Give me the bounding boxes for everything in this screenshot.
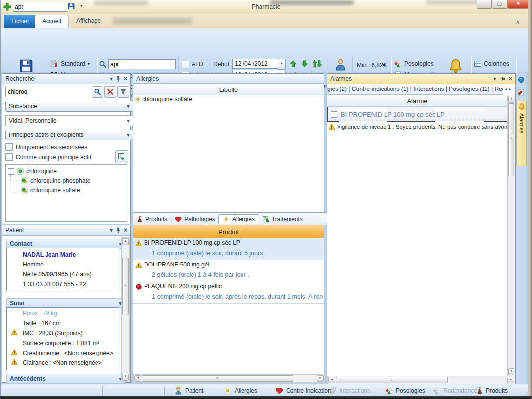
flask-icon <box>476 387 483 394</box>
product-row[interactable]: DOLIPRANE 500 mg gél 2 gélules (orale) 1… <box>133 260 324 282</box>
colonnes-button[interactable]: Colonnes <box>473 59 510 69</box>
tab-affichage[interactable]: Affichage <box>69 15 108 27</box>
recherche-close-icon[interactable] <box>124 75 127 82</box>
recherche-clear-button[interactable] <box>104 86 116 98</box>
alarm-group-row[interactable]: BI PROFENID LP 100 mg cp séc LP <box>328 107 512 121</box>
scroll-thumb[interactable] <box>142 375 293 382</box>
move-updown-icon[interactable] <box>312 60 322 68</box>
ald-checkbox[interactable]: ALD <box>181 59 204 69</box>
product-row[interactable]: PLAQUENIL 200 mg cp pellic 1 comprimé (o… <box>133 281 324 304</box>
warning-icon <box>11 358 18 365</box>
tab-pathologies[interactable]: Pathologies <box>175 216 215 222</box>
recherche-panel-header[interactable]: Recherche <box>2 74 130 84</box>
scroll-thumb[interactable] <box>508 103 514 176</box>
dock-monographie-button[interactable] <box>517 87 526 99</box>
alarmes-hscrollbar[interactable] <box>327 376 515 384</box>
pin-horizontal-icon[interactable] <box>499 76 506 82</box>
dock-alarmes-tab[interactable]: Alarmes <box>516 101 527 166</box>
scroll-up-icon[interactable] <box>508 96 514 103</box>
patient-close-icon[interactable] <box>124 227 127 234</box>
debut-date-input[interactable]: 12 /04 /2012 <box>232 59 281 69</box>
tab-fichier[interactable]: Fichier <box>4 15 37 28</box>
scroll-thumb[interactable] <box>336 377 448 383</box>
statusbar-interactions[interactable]: Interactions <box>329 386 370 395</box>
collapse-ribbon-icon[interactable] <box>516 19 520 25</box>
suivi-section-header[interactable]: Suivi <box>6 298 125 308</box>
tab-traitements[interactable]: Traitements <box>262 216 303 222</box>
alarmes-close-icon[interactable] <box>509 75 512 82</box>
patient-menu-icon[interactable] <box>110 227 113 234</box>
poids-link[interactable]: Poids : 79 kg <box>23 310 118 317</box>
scroll-right-icon[interactable] <box>317 375 324 382</box>
checkbox-principe-actif[interactable]: Comme unique principe actif <box>5 153 91 161</box>
statusbar-produits[interactable]: Produits <box>476 386 508 395</box>
contact-section-header[interactable]: Contact <box>6 239 125 249</box>
tab-produits[interactable]: Produits <box>136 216 167 222</box>
recherche-go-button[interactable] <box>92 86 103 98</box>
statusbar-allergies-label: Allergies <box>235 387 257 394</box>
dock-detail-button[interactable] <box>517 74 526 85</box>
tree-node-root[interactable]: chloroquine <box>8 168 57 175</box>
collapse-minus-icon[interactable] <box>331 111 337 118</box>
alarm-alert-row[interactable]: Vigilance de niveau 1 : Soyez prudents. … <box>327 122 509 132</box>
statusbar-interactions-label: Interactions <box>339 387 370 394</box>
close-button[interactable] <box>507 0 529 9</box>
maximize-button[interactable] <box>492 0 507 9</box>
product-row[interactable]: BI PROFENID LP 100 mg cp séc LP 1 compri… <box>133 238 324 260</box>
allergy-row[interactable]: chloroquine sulfate <box>133 95 325 104</box>
scroll-up-icon[interactable] <box>122 238 129 245</box>
pin-icon[interactable] <box>116 76 121 82</box>
combo-substance[interactable]: Substance <box>5 101 133 112</box>
libelle-column-header[interactable]: Libellé <box>133 84 324 95</box>
statusbar-posologies[interactable]: Posologies <box>385 386 425 395</box>
scroll-right-icon[interactable] <box>507 377 514 383</box>
tab-allergies[interactable]: Allergies <box>218 214 259 224</box>
alarmes-panel-header[interactable]: Alarmes <box>327 74 515 84</box>
pin-icon[interactable] <box>116 227 121 233</box>
export-table-button[interactable] <box>115 150 128 163</box>
center-hscrollbar[interactable] <box>133 374 325 383</box>
produit-header[interactable]: Produit <box>133 225 324 239</box>
ald-label: ALD <box>192 61 203 68</box>
tree-node-child[interactable]: chloroquine phosphate <box>21 177 90 184</box>
standard-button[interactable]: Standard <box>49 59 91 69</box>
scroll-left-icon[interactable] <box>134 375 141 382</box>
recherche-filter-button[interactable] <box>117 86 129 98</box>
ribbon-search-input[interactable] <box>108 59 176 69</box>
statusbar-allergies[interactable]: Allergies <box>224 386 257 395</box>
statusbar-posologies-label: Posologies <box>396 387 425 394</box>
tabstrip-prev-icon[interactable] <box>504 86 507 91</box>
statusbar-contre-indications[interactable]: Contre-indications <box>275 386 334 395</box>
scroll-left-icon[interactable] <box>328 377 335 383</box>
recherche-search-input[interactable] <box>5 87 94 97</box>
colonnes-label: Colonnes <box>484 60 509 67</box>
tab-accueil[interactable]: Accueil <box>35 15 69 28</box>
heart-icon <box>175 216 182 222</box>
posologies-button[interactable]: Posologies <box>393 59 435 69</box>
statusbar-patient[interactable]: Patient <box>174 386 203 395</box>
combo-principes[interactable]: Principes actifs et excipients <box>5 130 133 140</box>
move-down-icon[interactable] <box>301 60 309 68</box>
scroll-down-icon[interactable] <box>122 374 129 381</box>
alarmes-tabstrip[interactable]: gies (2) | Contre-indications (1) | Inte… <box>327 84 503 95</box>
statusbar-redondances[interactable]: Redondances <box>433 386 480 395</box>
alarme-column-header[interactable]: Alarme <box>327 95 507 107</box>
move-up-icon[interactable] <box>290 60 297 68</box>
taille-value: Taille : 167 cm <box>23 320 118 327</box>
patient-panel: Patient Contact NADAL Jean Marie Homme N… <box>2 225 131 383</box>
tree-node-child[interactable]: chloroquine sulfate <box>21 187 80 194</box>
minimize-button[interactable] <box>477 0 492 9</box>
alarmes-menu-icon[interactable] <box>493 75 496 82</box>
recherche-menu-icon[interactable] <box>110 75 113 82</box>
alarm-group-label: BI PROFENID LP 100 mg cp séc LP <box>341 111 445 118</box>
antecedents-section-header[interactable]: Antécédents <box>6 374 125 384</box>
scroll-down-icon[interactable] <box>508 368 514 375</box>
patient-panel-header[interactable]: Patient <box>2 225 130 236</box>
scroll-thumb[interactable] <box>122 258 129 315</box>
checkbox-securisees[interactable]: Uniquement les sécurisées <box>5 143 87 151</box>
alarmes-vscrollbar[interactable] <box>507 95 515 376</box>
debut-date-dropdown-icon[interactable] <box>278 59 286 70</box>
combo-source[interactable]: Vidal, Personnelle <box>5 115 133 126</box>
tabstrip-next-icon[interactable] <box>509 86 512 91</box>
patient-scrollbar[interactable] <box>121 237 130 382</box>
